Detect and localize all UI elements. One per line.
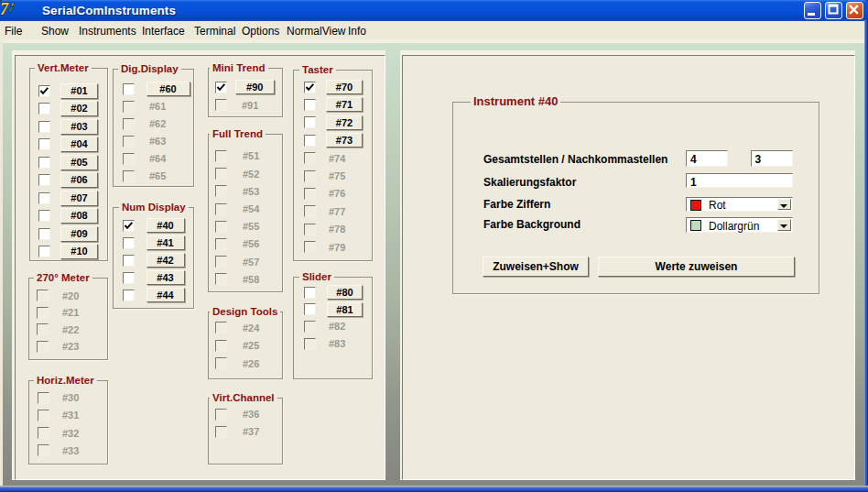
svg-text:7: 7 [1,2,9,16]
